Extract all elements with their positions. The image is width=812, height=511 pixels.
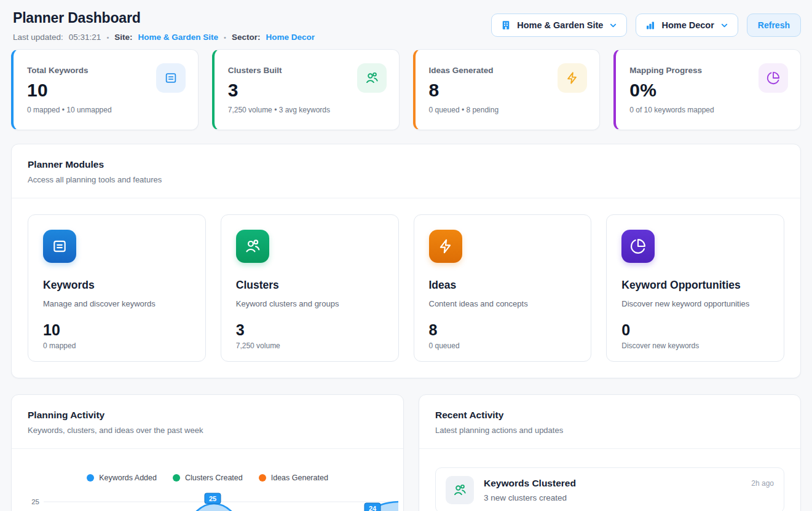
legend-dot-blue [87,474,94,482]
point-label-24: 24 [365,503,380,511]
recent-activity-list: Keywords Clustered 2h ago 3 new clusters… [419,449,800,511]
y-axis-tick-25: 25 [31,498,39,505]
users-icon [446,476,474,504]
site-link[interactable]: Home & Garden Site [138,33,219,42]
module-title: Ideas [429,279,577,292]
header-meta: Last updated: 05:31:21 • Site: Home & Ga… [13,33,315,42]
recent-activity-title: Recent Activity [435,410,784,421]
module-detail: 7,250 volume [236,341,384,350]
stat-detail: 0 of 10 keywords mapped [629,106,714,114]
activity-item-time: 2h ago [751,479,774,488]
chevron-down-icon [609,21,618,30]
last-updated-value: 05:31:21 [69,33,101,42]
module-title: Keyword Opportunities [621,279,769,292]
note-icon [43,230,76,263]
stat-card-ideas-generated: Ideas Generated 8 0 queued • 8 pending [413,49,601,130]
legend-label: Keywords Added [99,474,157,482]
module-title: Keywords [43,279,191,292]
legend-dot-green [173,474,180,482]
chart-legend: Keywords Added Clusters Created Ideas Ge… [17,474,398,482]
refresh-button[interactable]: Refresh [747,14,801,37]
topbar: Planner Dashboard Last updated: 05:31:21… [11,9,801,42]
module-description: Discover new keyword opportunities [621,299,769,308]
module-card-keywords[interactable]: Keywords Manage and discover keywords 10… [28,214,206,362]
recent-activity-panel: Recent Activity Latest planning actions … [419,394,801,511]
users-icon [236,230,269,263]
svg-text:25: 25 [209,495,216,502]
stat-label: Mapping Progress [629,66,714,75]
legend-item-keywords-added[interactable]: Keywords Added [87,474,157,482]
module-card-clusters[interactable]: Clusters Keyword clusters and groups 3 7… [221,214,399,362]
modules-panel-subtitle: Access all planning tools and features [28,175,784,184]
site-selector-dropdown[interactable]: Home & Garden Site [491,14,627,37]
sector-selector-dropdown[interactable]: Home Decor [636,14,738,37]
note-icon [156,63,186,93]
page-title: Planner Dashboard [13,9,315,27]
modules-panel-title: Planner Modules [28,159,784,170]
bar-chart-icon [645,20,656,31]
recent-activity-subtitle: Latest planning actions and updates [435,426,784,435]
stat-card-total-keywords: Total Keywords 10 0 mapped • 10 unmapped [11,49,199,130]
legend-label: Ideas Generated [271,474,328,482]
modules-grid: Keywords Manage and discover keywords 10… [12,198,800,378]
site-label: Site: [114,33,132,42]
stat-detail: 7,250 volume • 3 avg keywords [228,106,330,114]
zap-icon [429,230,462,263]
sector-link[interactable]: Home Decor [266,33,315,42]
stat-detail: 0 queued • 8 pending [429,106,499,114]
stat-value: 3 [228,80,330,101]
module-card-keyword-opportunities[interactable]: Keyword Opportunities Discover new keywo… [606,214,784,362]
planning-activity-panel: Planning Activity Keywords, clusters, an… [11,394,404,511]
module-card-ideas[interactable]: Ideas Content ideas and concepts 8 0 que… [414,214,592,362]
stat-value: 8 [429,80,499,101]
module-description: Content ideas and concepts [429,299,577,308]
activity-item-title: Keywords Clustered [484,478,576,489]
stat-cards-row: Total Keywords 10 0 mapped • 10 unmapped… [11,49,801,130]
stat-detail: 0 mapped • 10 unmapped [27,106,112,114]
module-value: 10 [43,321,191,339]
activity-item-keywords-clustered: Keywords Clustered 2h ago 3 new clusters… [435,467,784,511]
building-icon [500,20,511,31]
module-detail: Discover new keywords [621,341,769,350]
header-controls: Home & Garden Site Home Decor Refresh [491,14,801,37]
svg-text:24: 24 [369,505,377,511]
module-description: Manage and discover keywords [43,299,191,308]
pie-chart-icon [759,63,788,93]
bottom-row: Planning Activity Keywords, clusters, an… [11,394,801,511]
module-detail: 0 queued [429,341,577,350]
stat-label: Ideas Generated [429,66,499,75]
zap-icon [558,63,587,93]
header-left: Planner Dashboard Last updated: 05:31:21… [11,9,315,42]
planning-activity-chart: 25 25 24 [17,488,398,511]
module-value: 0 [621,321,769,339]
chevron-down-icon [720,21,729,30]
last-updated-label: Last updated: [13,33,63,42]
point-label-25: 25 [205,493,221,504]
planner-dashboard-page: Planner Dashboard Last updated: 05:31:21… [0,0,812,511]
legend-label: Clusters Created [185,474,243,482]
stat-value: 10 [27,80,112,101]
meta-separator: • [106,34,109,41]
module-detail: 0 mapped [43,341,191,350]
planning-activity-title: Planning Activity [28,410,387,421]
stat-card-clusters-built: Clusters Built 3 7,250 volume • 3 avg ke… [212,49,400,130]
module-value: 8 [429,321,577,339]
stat-label: Clusters Built [228,66,330,75]
stat-card-mapping-progress: Mapping Progress 0% 0 of 10 keywords map… [613,49,801,130]
module-description: Keyword clusters and groups [236,299,384,308]
chart-block: Keywords Added Clusters Created Ideas Ge… [12,449,403,511]
legend-item-ideas-generated[interactable]: Ideas Generated [259,474,328,482]
pie-chart-icon [621,230,655,263]
sector-selector-label: Home Decor [661,20,714,30]
site-selector-label: Home & Garden Site [517,20,603,30]
keywords-added-area-peak [168,504,259,511]
sector-label: Sector: [232,33,261,42]
planning-activity-subtitle: Keywords, clusters, and ideas over the p… [28,426,387,435]
legend-item-clusters-created[interactable]: Clusters Created [173,474,243,482]
stat-value: 0% [629,80,714,101]
module-value: 3 [236,321,384,339]
legend-dot-orange [259,474,266,482]
activity-item-description: 3 new clusters created [484,493,774,502]
stat-label: Total Keywords [27,66,112,75]
meta-separator: • [224,34,226,41]
